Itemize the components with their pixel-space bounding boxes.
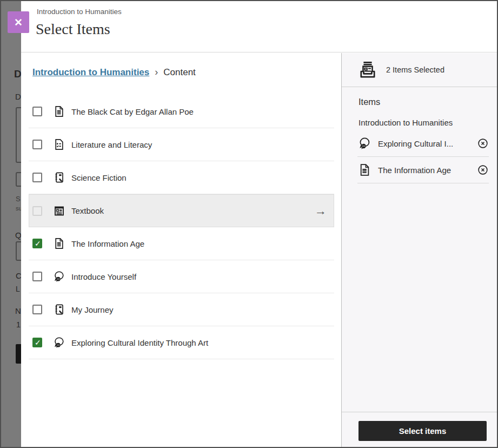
background-text-fragment: S — [16, 195, 21, 203]
journal-icon — [52, 303, 65, 316]
journal-icon — [52, 171, 65, 184]
chevron-right-icon: › — [155, 67, 158, 78]
background-button-fragment — [16, 344, 21, 364]
selected-count-label: 2 Items Selected — [386, 65, 444, 74]
list-item[interactable]: The Information Age — [29, 227, 334, 260]
document-icon — [52, 237, 65, 250]
selected-items-list: Exploring Cultural I... The Information … — [357, 130, 489, 183]
circle-x-icon — [477, 137, 489, 149]
discussion-icon — [357, 136, 371, 150]
item-checkbox[interactable] — [32, 173, 42, 182]
item-checkbox-disabled — [32, 206, 42, 216]
item-label: The Information Age — [71, 239, 144, 248]
course-name-label: Introduction to Humanities — [37, 8, 122, 16]
item-checkbox[interactable] — [32, 272, 42, 281]
background-text-fragment: L — [16, 285, 20, 293]
breadcrumb-current: Content — [163, 67, 196, 78]
list-item[interactable]: Literature and Literacy — [29, 128, 334, 161]
item-label: Literature and Literacy — [71, 140, 152, 149]
selection-summary-pane: 2 Items Selected Items Introduction to H… — [341, 53, 497, 447]
background-field-fragment — [16, 241, 21, 261]
selected-item-label: Exploring Cultural I... — [378, 139, 477, 148]
selected-count-band: 2 Items Selected — [342, 53, 497, 87]
modal-header: Introduction to Humanities Select Items — [21, 1, 497, 52]
breadcrumb-course-link[interactable]: Introduction to Humanities — [32, 67, 149, 78]
item-checkbox[interactable] — [32, 107, 42, 116]
list-item[interactable]: Exploring Cultural Identity Through Art — [29, 326, 334, 359]
background-field-fragment — [16, 172, 21, 187]
select-items-dialog: D D S su Q C L N 1 ✕ Introduction to Hum… — [0, 0, 498, 448]
assessment-icon — [52, 138, 65, 151]
collect-icon — [357, 60, 378, 80]
breadcrumb: Introduction to Humanities › Content — [32, 67, 342, 78]
selected-item: Exploring Cultural I... — [357, 130, 489, 157]
item-label: Introduce Yourself — [71, 272, 136, 281]
item-label: Textbook — [71, 206, 104, 215]
list-item[interactable]: Introduce Yourself — [29, 260, 334, 293]
item-label: The Black Cat by Edgar Allan Poe — [71, 107, 194, 116]
document-icon — [52, 105, 65, 118]
content-browser-pane: Introduction to Humanities › Content The… — [21, 53, 342, 447]
close-icon: ✕ — [8, 11, 29, 33]
background-text-fragment: 1 — [16, 320, 21, 329]
selected-item: The Information Age — [357, 157, 489, 183]
modal-panel: Introduction to Humanities Select Items … — [21, 1, 497, 447]
background-field-fragment — [16, 107, 21, 163]
discussion-icon — [52, 336, 65, 349]
item-checkbox[interactable] — [32, 239, 42, 248]
textbook-icon — [52, 205, 65, 218]
select-items-button[interactable]: Select items — [358, 421, 487, 441]
item-label: My Journey — [71, 305, 114, 314]
background-text-fragment: N — [15, 306, 21, 315]
selected-item-label: The Information Age — [378, 166, 477, 175]
list-item-folder[interactable]: Textbook → — [29, 194, 334, 227]
footer-divider — [342, 412, 497, 412]
list-item[interactable]: The Black Cat by Edgar Allan Poe — [29, 95, 334, 128]
background-text-fragment: Q — [15, 230, 21, 240]
remove-item-button[interactable] — [477, 137, 489, 149]
discussion-icon — [52, 270, 65, 283]
close-button[interactable]: ✕ — [8, 11, 29, 41]
background-text-fragment: C — [16, 271, 21, 280]
remove-item-button[interactable] — [477, 164, 489, 176]
items-heading: Items — [358, 97, 380, 107]
background-page-overlay: D D S su Q C L N 1 — [1, 1, 21, 448]
background-text-fragment: D — [15, 92, 21, 101]
item-label: Science Fiction — [71, 173, 127, 182]
item-checkbox[interactable] — [32, 338, 42, 347]
list-item[interactable]: Science Fiction — [29, 161, 334, 194]
background-text-fragment: su — [16, 205, 21, 212]
modal-body: Introduction to Humanities › Content The… — [21, 53, 497, 447]
background-text-fragment: D — [14, 68, 21, 80]
document-icon — [357, 163, 371, 177]
open-folder-arrow-icon[interactable]: → — [315, 205, 334, 217]
content-item-list: The Black Cat by Edgar Allan Poe Literat… — [29, 95, 334, 359]
circle-x-icon — [477, 164, 489, 176]
item-checkbox[interactable] — [32, 305, 42, 314]
selected-group-label: Introduction to Humanities — [358, 118, 453, 127]
item-label: Exploring Cultural Identity Through Art — [71, 338, 208, 347]
list-item[interactable]: My Journey — [29, 293, 334, 326]
item-checkbox[interactable] — [32, 140, 42, 149]
page-title: Select Items — [36, 21, 110, 38]
